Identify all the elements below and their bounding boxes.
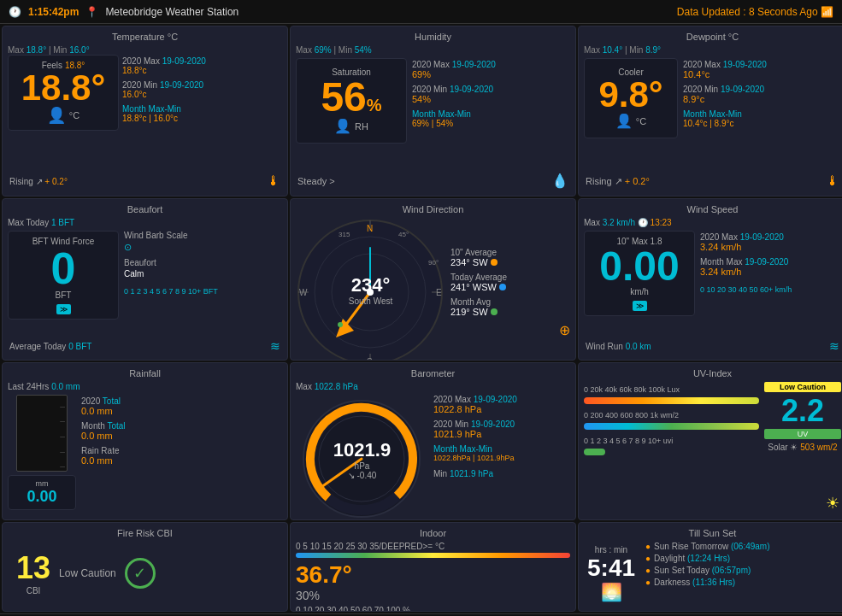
dew-rising-label: Rising ↗ + 0.2° [586,176,650,187]
rising-row: Rising ↗ + 0.2° 🌡 [9,173,280,189]
beaufort-title: Beaufort [8,204,282,214]
wind-max-row: Max 3.2 km/h 🕐 13:23 [584,218,841,227]
darkness-dot: ● [645,578,651,587]
ws-year-max: 2020 Max 19-09-2020 3.24 km/h [700,232,841,252]
wind-dir-title: Wind Direction [296,204,570,214]
bft-avg-row: Average Today 0 BFT ≋ [9,339,280,353]
sun-icon-row: ☀ [826,494,839,513]
baro-change: ↘ -0.40 [333,471,391,480]
uv-title: UV-Index [584,368,841,378]
temp-min: 16.0° [69,45,89,55]
indoor-card: Indoor 0 5 10 15 20 25 30 35/DEEPRED>= °… [290,522,576,612]
location-icon: 📍 [85,6,98,18]
wm2-bar [584,423,759,430]
uv-scales: 0 20k 40k 60k 80k 100k Lux 0 200 400 600… [584,382,759,457]
baro-title: Barometer [296,368,570,378]
humidity-body: Saturation 56% 👤 RH 2020 Max 19-09-2020 … [296,58,570,144]
daylight-dot: ● [645,554,651,563]
topbar-left: 🕐 1:15:42pm 📍 Meteobridge Weather Statio… [9,6,238,18]
dew-year-max: 2020 Max 19-09-2020 10.4°c [683,60,767,79]
rh-label: RH [355,121,368,132]
topbar-right: Data Updated : 8 Seconds Ago 📶 [677,6,833,18]
wind-speed-body: 10" Max 1.8 0.00 km/h ≫ 2020 Max 19-09-2… [584,231,841,316]
temperature-title: Temperature °C [8,32,282,42]
wind-big-value: 0.00 [590,246,689,287]
fire-display: 13 CBI [16,550,50,595]
drop-icon: 💧 [551,173,568,189]
indoor-temp-bar [296,553,570,558]
calm-label: Calm [124,269,282,279]
indoor-display: 0 5 10 15 20 25 30 35/DEEPRED>= °C 36.7°… [296,542,570,612]
beaufort-card: Beaufort Max Today 1 BFT BFT Wind Force … [2,198,288,361]
dew-rising-row: Rising ↗ + 0.2° 🌡 [586,173,839,189]
humidity-stats: 2020 Max 19-09-2020 69% 2020 Min 19-09-2… [412,58,496,144]
wind-run-row: Wind Run 0.0 km ≋ [586,339,839,353]
year-max-val: 18.8°c [122,66,282,75]
wifi-icon: 📶 [821,6,833,18]
humidity-card: Humidity Max 69% | Min 54% Saturation 56… [290,26,576,197]
bft-arrows: ≫ [14,303,113,314]
hum-month: Month Max-Min 69% | 54% [412,109,496,128]
month-row: Month Max-Min 18.8°c | 16.0°c [122,104,282,123]
wind-speed-card: Wind Speed Max 3.2 km/h 🕐 13:23 10" Max … [578,198,842,361]
baro-unit: hPa [333,461,391,471]
month-label: Month Max-Min [122,104,282,114]
compass-center: 234° South West [349,273,393,305]
svg-point-18 [340,326,345,331]
fire-check-circle: ✓ [125,558,156,589]
wind-arrows: ≫ [590,300,689,310]
temperature-card: Temperature °C Max 18.8° | Min 16.0° Fee… [2,26,288,197]
uv-display: Low Caution 2.2 UV Solar ☀ 503 wm/2 [764,382,841,457]
updated-value: 8 Seconds Ago [749,6,818,18]
indoor-scale2: 0 10 20 30 40 50 60 70 100 % [296,606,570,612]
humidity-max-min: Max 69% | Min 54% [296,45,570,55]
station-name: Meteobridge Weather Station [105,6,238,18]
dew-month: Month Max-Min 10.4°c | 8.9°c [683,109,767,128]
month-val: 18.8°c | 16.0°c [122,114,282,123]
wind-barb-icon: ⊙ [124,242,282,253]
year-max-row: 2020 Max 19-09-2020 18.8°c [122,56,282,75]
person-icon: 👤 [47,106,66,125]
hum-year-min: 2020 Min 19-09-2020 54% [412,85,496,104]
sunset-label: Sun Set Today (06:57pm) [654,566,751,575]
dewpoint-display: Cooler 9.8° 👤 °C [584,58,678,138]
sun-info: ● Sun Rise Tomorrow (06:49am) ● Daylight… [645,542,841,606]
fire-unit: CBI [16,586,50,595]
indoor-body: 0 5 10 15 20 25 30 35/DEEPRED>= °C 36.7°… [296,542,570,612]
dew-unit-row: 👤 °C [593,113,668,129]
fire-body: 13 CBI Low Caution ✓ [8,542,282,604]
person2-icon: 👤 [334,118,351,134]
dew-thermo-icon: 🌡 [826,173,839,189]
sun-time-display: hrs : min 5:41 🌅 [584,542,639,606]
ws-month-max: Month Max 19-09-2020 3.24 km/h [700,257,841,277]
solar-label: Solar ☀ 503 wm/2 [764,443,841,452]
compass: N S E W 315 45° 90° [296,218,445,361]
wind-today-avg: Today Average 241° WSW [450,273,570,292]
svg-text:45°: 45° [398,231,409,238]
svg-text:90°: 90° [428,259,439,267]
humidity-title: Humidity [296,32,570,42]
bft-scale: 0 1 2 3 4 5 6 7 8 9 10+ BFT [124,287,282,296]
indoor-title: Indoor [296,528,570,538]
sun-horizon-icon: 🌅 [587,582,635,602]
rainfall-body: ─ ─ ─ ─ ─ mm 0.00 2020 Total 0.0 mm Mont… [8,395,282,510]
time-display: 1:15:42pm [28,6,79,18]
rain-year-total: 2020 Total 0.0 mm [81,396,282,416]
dewpoint-card: Dewpoint °C Max 10.4° | Min 8.9° Cooler … [578,26,842,197]
baro-year-max: 2020 Max 19-09-2020 1022.8 hPa [433,395,570,414]
clock-icon2: 🕐 [638,218,648,227]
check-icon: ✓ [133,564,146,583]
rain-gauge: ─ ─ ─ ─ ─ [16,395,68,472]
lux-scale: 0 20k 40k 60k 80k 100k Lux [584,385,759,394]
wind-wave2-icon: ≋ [829,339,839,353]
uv-card: UV-Index 0 20k 40k 60k 80k 100k Lux 0 20… [578,362,842,520]
uv-caution-badge: Low Caution [764,382,841,392]
baro-center: 1021.9 hPa ↘ -0.40 [333,439,391,480]
wind-speed-display: 10" Max 1.8 0.00 km/h ≫ [584,231,695,316]
dot3 [491,308,498,315]
temp-stats: 2020 Max 19-09-2020 18.8°c 2020 Min 19-0… [122,55,282,131]
beaufort-label: Beaufort [124,258,282,267]
svg-text:E: E [436,288,442,297]
wind-wave-icon: ≋ [270,339,280,353]
sunset-dot: ● [645,566,651,575]
